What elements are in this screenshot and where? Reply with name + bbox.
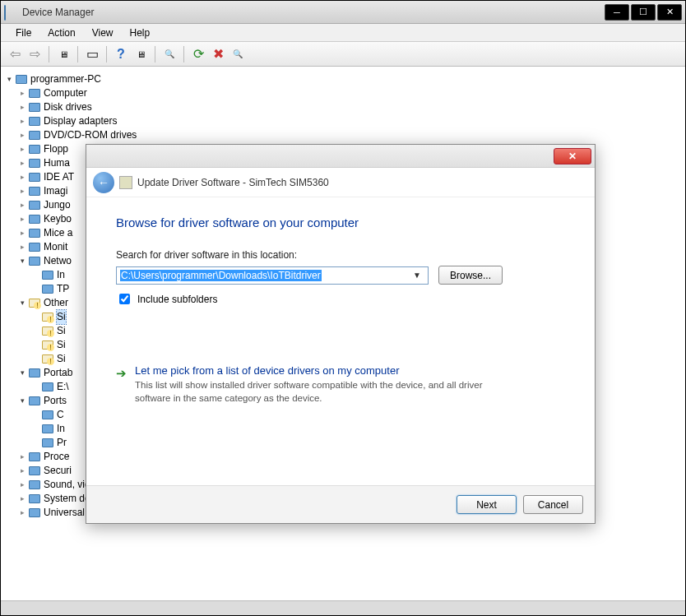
- device-icon: [41, 409, 54, 422]
- menubar: File Action View Help: [1, 24, 685, 42]
- device-warning-icon: [41, 339, 54, 352]
- expand-arrow-icon[interactable]: [17, 100, 27, 114]
- tree-node-label: E:\: [57, 380, 69, 394]
- expand-arrow-icon[interactable]: [4, 72, 14, 86]
- dialog-back-button[interactable]: ←: [93, 172, 114, 193]
- device-icon: [28, 241, 41, 254]
- tree-node-label: In: [57, 422, 65, 436]
- tree-node-label: Mice a: [44, 226, 72, 240]
- device-icon: [28, 465, 41, 478]
- tree-node-label: Ports: [44, 394, 67, 408]
- device-icon: [28, 213, 41, 226]
- expand-arrow-icon[interactable]: [17, 254, 27, 268]
- device-icon: [41, 437, 54, 450]
- show-hide-console-button[interactable]: [54, 45, 72, 63]
- device-icon: [28, 479, 41, 492]
- device-icon: [15, 73, 28, 86]
- menu-help[interactable]: Help: [122, 25, 159, 40]
- tree-node-label: Portab: [44, 366, 72, 380]
- expand-arrow-icon[interactable]: [17, 478, 27, 492]
- expand-arrow-icon[interactable]: [17, 464, 27, 478]
- dialog-footer: Next Cancel: [86, 485, 595, 523]
- dialog-body: Browse for driver software on your compu…: [86, 197, 595, 485]
- minimize-button[interactable]: ─: [605, 4, 629, 21]
- device-icon: [28, 199, 41, 212]
- expand-arrow-icon[interactable]: [17, 212, 27, 226]
- tree-node[interactable]: programmer-PC: [4, 72, 682, 86]
- toolbar: [1, 42, 685, 67]
- tree-node-label: Netwo: [44, 254, 72, 268]
- update-driver-button[interactable]: [189, 45, 207, 63]
- dialog-titlebar: ✕: [86, 145, 595, 168]
- tree-node-label: TP: [57, 282, 69, 296]
- expand-arrow-icon[interactable]: [17, 492, 27, 506]
- close-button[interactable]: ✕: [657, 4, 682, 21]
- tree-node[interactable]: Disk drives: [4, 100, 682, 114]
- scan-changes-button[interactable]: [229, 45, 247, 63]
- separator: [77, 46, 78, 63]
- include-subfolders-row[interactable]: Include subfolders: [116, 291, 565, 307]
- expand-arrow-icon[interactable]: [17, 142, 27, 156]
- dialog-header: ← Update Driver Software - SimTech SIM53…: [86, 168, 595, 197]
- expand-arrow-icon[interactable]: [17, 366, 27, 380]
- nav-forward-button[interactable]: [25, 45, 44, 63]
- tree-node-label: Si: [57, 324, 66, 338]
- expand-arrow-icon[interactable]: [17, 240, 27, 254]
- tree-node[interactable]: Computer: [4, 86, 682, 100]
- expand-arrow-icon[interactable]: [17, 296, 27, 310]
- browse-button[interactable]: Browse...: [438, 266, 503, 285]
- device-icon: [28, 507, 41, 520]
- tree-node-label: Monit: [44, 240, 67, 254]
- tree-node-label: Imagi: [44, 184, 67, 198]
- help-button[interactable]: [112, 45, 130, 63]
- expand-arrow-icon[interactable]: [17, 128, 27, 142]
- separator: [106, 46, 107, 63]
- maximize-button[interactable]: ☐: [631, 4, 656, 21]
- window-title: Device Manager: [22, 7, 603, 18]
- update-driver-dialog: ✕ ← Update Driver Software - SimTech SIM…: [86, 144, 596, 524]
- tree-node[interactable]: Display adapters: [4, 114, 682, 128]
- expand-arrow-icon[interactable]: [17, 394, 27, 408]
- expand-arrow-icon[interactable]: [17, 156, 27, 170]
- device-icon: [28, 87, 41, 100]
- expand-arrow-icon[interactable]: [17, 86, 27, 100]
- path-value: C:\Users\programmer\Downloads\IoTBitdriv…: [120, 270, 322, 281]
- nav-back-button[interactable]: [6, 45, 24, 63]
- path-combobox[interactable]: C:\Users\programmer\Downloads\IoTBitdriv…: [116, 266, 429, 285]
- device-icon: [28, 185, 41, 198]
- expand-arrow-icon[interactable]: [17, 198, 27, 212]
- device-icon: [28, 493, 41, 506]
- menu-action[interactable]: Action: [39, 25, 83, 40]
- next-button[interactable]: Next: [457, 495, 517, 514]
- include-subfolders-checkbox[interactable]: [119, 294, 130, 304]
- tree-node-label: Proce: [44, 450, 69, 464]
- separator: [49, 46, 49, 63]
- device-warning-icon: [28, 297, 41, 310]
- dialog-close-button[interactable]: ✕: [554, 148, 591, 164]
- cancel-button[interactable]: Cancel: [523, 495, 583, 514]
- tree-node-label: Keybo: [44, 212, 72, 226]
- tree-node-label: Jungo: [44, 198, 71, 212]
- action-button-1[interactable]: [132, 45, 150, 63]
- expand-arrow-icon[interactable]: [17, 226, 27, 240]
- properties-button[interactable]: [83, 45, 101, 63]
- menu-view[interactable]: View: [84, 25, 122, 40]
- device-icon: [28, 227, 41, 240]
- arrow-right-icon: ➔: [116, 366, 127, 405]
- expand-arrow-icon[interactable]: [17, 450, 27, 464]
- expand-arrow-icon[interactable]: [17, 506, 27, 520]
- tree-node[interactable]: DVD/CD-ROM drives: [4, 128, 682, 142]
- pick-option[interactable]: ➔ Let me pick from a list of device driv…: [116, 364, 565, 405]
- expand-arrow-icon[interactable]: [17, 184, 27, 198]
- expand-arrow-icon[interactable]: [17, 170, 27, 184]
- expand-arrow-icon[interactable]: [17, 114, 27, 128]
- pick-option-title[interactable]: Let me pick from a list of device driver…: [135, 364, 497, 377]
- menu-file[interactable]: File: [7, 25, 39, 40]
- uninstall-button[interactable]: [209, 45, 227, 63]
- dropdown-arrow-icon: ▼: [410, 271, 424, 280]
- tree-node-label: IDE AT: [44, 170, 74, 184]
- tree-node-label: Disk drives: [44, 100, 92, 114]
- tree-node-label: Si: [57, 310, 66, 324]
- scan-hardware-button[interactable]: [160, 45, 178, 63]
- separator: [155, 46, 155, 63]
